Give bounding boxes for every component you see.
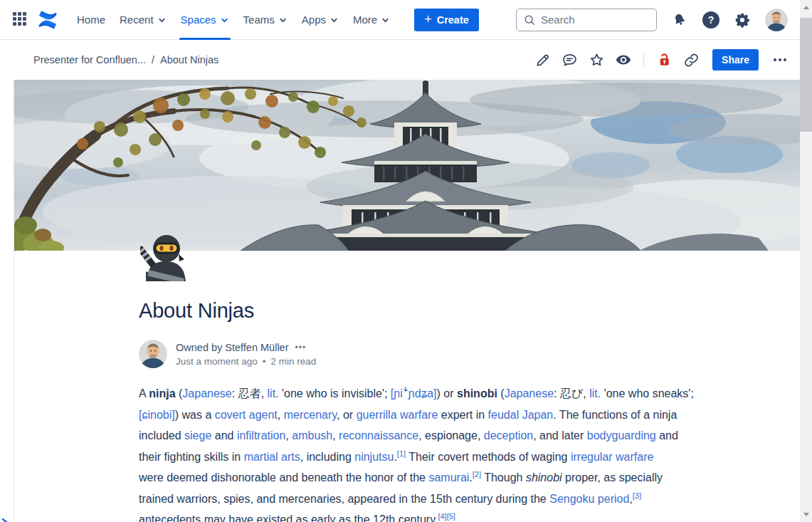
plus-icon: + xyxy=(424,13,432,26)
comment-icon[interactable] xyxy=(558,48,581,71)
page-actions: Share xyxy=(531,48,800,71)
article-link[interactable]: mercenary xyxy=(284,409,337,421)
byline-more-button[interactable]: ••• xyxy=(295,340,307,355)
byline-text: Owned by Steffen Müller ••• Just a momen… xyxy=(176,340,316,368)
notifications-icon[interactable] xyxy=(671,11,688,28)
breadcrumb-separator: / xyxy=(152,54,154,66)
nav-apps[interactable]: Apps xyxy=(295,0,346,40)
share-button[interactable]: Share xyxy=(712,49,759,71)
cut-off-chevron-icon xyxy=(1,517,9,522)
article-link[interactable]: reconnaissance xyxy=(339,429,418,442)
chevron-down-icon xyxy=(220,16,229,25)
search-box[interactable] xyxy=(516,9,657,31)
search-icon xyxy=(523,14,536,26)
scrollbar[interactable] xyxy=(800,0,812,522)
scrollbar-thumb[interactable] xyxy=(800,18,812,132)
actions-divider xyxy=(643,52,644,68)
edit-pencil-icon[interactable] xyxy=(531,48,554,71)
article-link[interactable]: deception xyxy=(484,429,533,442)
article-link[interactable]: martial arts xyxy=(244,451,300,463)
copy-link-icon[interactable] xyxy=(680,48,702,71)
help-icon[interactable]: ? xyxy=(702,11,719,28)
article-link[interactable]: lit. xyxy=(589,387,601,400)
scrollbar-up-arrow[interactable] xyxy=(800,1,812,14)
read-time: 2 min read xyxy=(271,355,317,368)
nav-spaces[interactable]: Spaces xyxy=(174,0,236,40)
article-ref-link[interactable]: [3] xyxy=(633,491,641,499)
confluence-app: Home Recent Spaces Teams Apps More xyxy=(0,0,812,522)
breadcrumb-page-link[interactable]: About Ninjas xyxy=(160,54,218,66)
nav-right-group: ? xyxy=(516,9,788,31)
scrollbar-down-arrow[interactable] xyxy=(800,508,812,521)
meta-separator: • xyxy=(263,355,266,368)
article-link[interactable]: ambush xyxy=(292,429,332,442)
article-link[interactable]: irregular warfare xyxy=(571,451,653,463)
page-emoji-ninja-icon[interactable] xyxy=(140,230,191,281)
top-navigation: Home Recent Spaces Teams Apps More xyxy=(0,0,812,40)
sidebar-rail-divider xyxy=(14,40,14,522)
nav-teams[interactable]: Teams xyxy=(236,0,295,40)
article-link[interactable]: ninjutsu xyxy=(354,451,394,463)
chevron-down-icon xyxy=(329,16,339,25)
more-actions-icon[interactable] xyxy=(769,48,791,71)
article-link[interactable]: [ɲiꜜɲdʑa] xyxy=(391,387,437,400)
breadcrumb-space-link[interactable]: Presenter for Confluen... xyxy=(33,54,146,66)
user-avatar[interactable] xyxy=(765,9,788,31)
article-link[interactable]: siege xyxy=(184,429,211,442)
owner-label: Owned by Steffen Müller xyxy=(176,340,289,355)
article-link[interactable]: lit. xyxy=(268,387,279,400)
confluence-logo-icon[interactable] xyxy=(37,9,58,31)
watch-eye-icon[interactable] xyxy=(612,48,635,71)
restrictions-unlock-icon[interactable] xyxy=(653,48,675,71)
article-ref-link[interactable]: [1] xyxy=(397,449,406,457)
primary-nav: Home Recent Spaces Teams Apps More xyxy=(70,0,397,40)
author-avatar[interactable] xyxy=(139,340,167,368)
article-ref-link[interactable]: [5] xyxy=(447,512,455,521)
article-link[interactable]: bodyguarding xyxy=(587,429,656,442)
article-ref-link[interactable]: [2] xyxy=(473,470,481,479)
article-link[interactable]: Japanese xyxy=(182,387,231,400)
breadcrumb: Presenter for Confluen... / About Ninjas xyxy=(33,54,218,66)
cover-image xyxy=(14,80,800,251)
article-link[interactable]: feudal Japan xyxy=(488,409,554,421)
chevron-down-icon xyxy=(381,16,390,25)
search-input[interactable] xyxy=(541,14,650,26)
article-ref-link[interactable]: [4] xyxy=(438,512,446,521)
nav-recent[interactable]: Recent xyxy=(112,0,174,40)
favorite-star-icon[interactable] xyxy=(585,48,608,71)
article-link[interactable]: samurai xyxy=(428,471,469,484)
article-link[interactable]: covert agent xyxy=(215,409,278,421)
chevron-down-icon xyxy=(157,16,167,25)
byline: Owned by Steffen Müller ••• Just a momen… xyxy=(139,340,316,368)
article-paragraph: A ninja (Japanese: 忍者, lit. 'one who is … xyxy=(139,383,751,522)
page-header-bar: Presenter for Confluen... / About Ninjas xyxy=(0,40,800,80)
settings-gear-icon[interactable] xyxy=(734,11,751,28)
article-link[interactable]: [ɕinobi] xyxy=(139,409,175,421)
app-switcher-icon[interactable] xyxy=(13,12,28,27)
article-link[interactable]: guerrilla warfare xyxy=(357,409,438,421)
updated-timestamp: Just a moment ago xyxy=(176,355,258,368)
nav-more[interactable]: More xyxy=(346,0,397,40)
article-link[interactable]: infiltration xyxy=(237,429,285,442)
article-link[interactable]: Sengoku period xyxy=(549,493,629,505)
create-button[interactable]: + Create xyxy=(414,9,479,31)
chevron-down-icon xyxy=(278,16,288,25)
nav-home[interactable]: Home xyxy=(70,0,112,40)
page-title: About Ninjas xyxy=(139,299,254,323)
article-link[interactable]: Japanese xyxy=(505,387,554,400)
